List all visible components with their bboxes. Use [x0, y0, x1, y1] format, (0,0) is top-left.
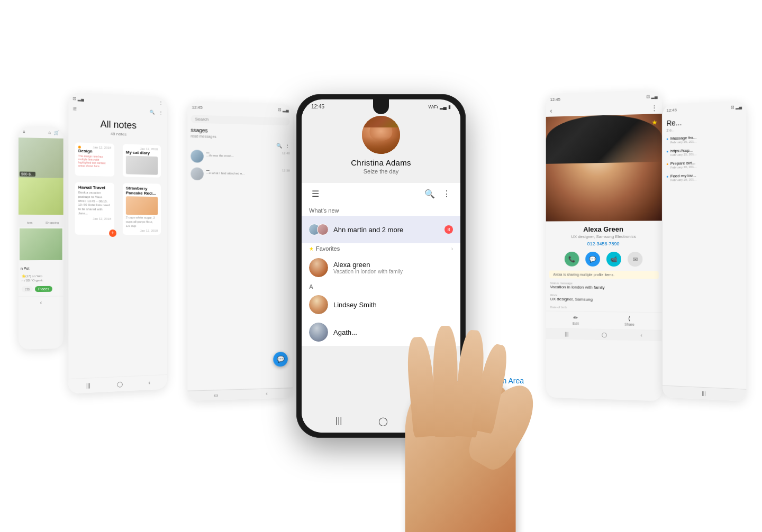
- profile-subtitle: Seize the day: [364, 168, 399, 175]
- signal-icon: ▂▄: [440, 104, 447, 109]
- food-image-1: $80-$...: [19, 137, 64, 178]
- chatbot-fab[interactable]: 💬: [273, 352, 287, 366]
- shopping-header: ≡ ⌂ 🛒: [19, 126, 64, 139]
- agatha-avatar: [309, 323, 328, 342]
- note-pancake-text: 2 cups white sugar, 2 cups all-purpo flo…: [126, 216, 158, 228]
- message-item-2[interactable]: ... 12:38 ...e what I had attached e...: [187, 165, 293, 184]
- places-tab[interactable]: Places: [35, 286, 52, 292]
- contacts-tab[interactable]: cts: [22, 286, 33, 292]
- contact-panel-phone[interactable]: 012-3456-7890: [546, 239, 662, 249]
- search-button[interactable]: 🔍: [423, 187, 436, 200]
- fab-add-button[interactable]: +: [432, 384, 453, 405]
- nav-menu-msg[interactable]: ▭: [214, 392, 219, 398]
- lindsey-avatar: [309, 295, 328, 314]
- contact-star-icon[interactable]: ★: [652, 117, 658, 126]
- nav-menu-notes[interactable]: |||: [86, 382, 90, 388]
- call-button[interactable]: 📞: [565, 252, 579, 267]
- group-contact-item[interactable]: Ahn martin and 2 more 8: [302, 216, 460, 243]
- alexa-name: Alexa green: [333, 261, 453, 269]
- nav-back-icon[interactable]: ‹: [424, 416, 427, 426]
- nav-back-shop[interactable]: ‹: [40, 300, 42, 306]
- sharing-notice: Alexa is sharing multiple profile items.: [549, 270, 659, 279]
- alexa-contact-item[interactable]: Alexa green Vacation in london with fami…: [302, 254, 460, 281]
- search-icon: 🔍: [424, 189, 435, 199]
- agatha-contact-item[interactable]: Agath...: [302, 318, 460, 346]
- nav-home-notes[interactable]: ◯: [117, 381, 123, 388]
- wifi-icon: WiFi: [429, 104, 438, 109]
- reminder-dot-2: •: [667, 149, 668, 154]
- contact-panel-name: Alexa Green: [546, 221, 662, 234]
- nav-back-notes[interactable]: ‹: [149, 380, 150, 386]
- phone-screen: 12:45 WiFi ▂▄ ▮ Christina Adam: [302, 99, 460, 433]
- nav-home-icon[interactable]: ◯: [378, 416, 388, 426]
- share-label: Share: [624, 323, 634, 326]
- reminder-dot-3: •: [667, 161, 668, 167]
- nav-menu-rem[interactable]: |||: [702, 391, 706, 396]
- dob-label: Date of birth: [546, 304, 662, 310]
- nav-menu-contact[interactable]: |||: [565, 332, 569, 337]
- reminder-date-3: February 26, 201...: [670, 165, 697, 169]
- notification-badge: 8: [444, 225, 453, 234]
- reminder-dot-1: •: [667, 136, 668, 142]
- note-hawaii-text: Book a vacation package to Maui. 08/10 1…: [78, 191, 111, 216]
- store-label: n Pot: [19, 261, 64, 273]
- reminder-date-4: February 28, 201...: [670, 178, 697, 181]
- alexa-status: Vacation in london with family: [333, 269, 453, 274]
- reminder-date-2: February 25, 201...: [670, 152, 697, 157]
- nav-home-msg[interactable]: ‹: [266, 391, 268, 397]
- messages-more-icon[interactable]: ⋮: [285, 143, 290, 149]
- whats-new-label: What's new: [302, 204, 460, 216]
- nav-home-contact[interactable]: ◯: [602, 332, 607, 337]
- cat-image: [126, 155, 158, 175]
- messages-status: 12:45 ⊡ ▂▄: [187, 102, 293, 116]
- reminder-dot-4: •: [667, 174, 668, 180]
- profile-name: Christina Adams: [351, 158, 411, 167]
- contact-more-btn[interactable]: ⋮: [651, 104, 658, 112]
- lindsey-contact-item[interactable]: Lindsey Smith: [302, 291, 460, 318]
- touch-area-line: [447, 381, 484, 381]
- more-button[interactable]: ⋮: [440, 187, 453, 200]
- main-phone: 12:45 WiFi ▂▄ ▮ Christina Adam: [296, 94, 466, 438]
- nav-back-contact[interactable]: ‹: [641, 333, 642, 338]
- agatha-contact-info: Agath...: [333, 328, 453, 336]
- favorites-expand[interactable]: ›: [451, 246, 453, 252]
- contact-actions: 📞 💬 📹 ✉: [546, 249, 662, 270]
- messages-search[interactable]: Search: [190, 115, 289, 125]
- nav-recents-icon[interactable]: |||: [335, 416, 342, 426]
- agatha-name: Agath...: [333, 328, 453, 336]
- share-button[interactable]: ⟨ Share: [624, 316, 634, 326]
- messages-search-icon[interactable]: 🔍: [276, 143, 282, 149]
- touch-area-container: Touch Area: [447, 377, 524, 385]
- favorites-star-icon: ★: [309, 246, 314, 252]
- battery-icon: ▮: [448, 104, 451, 109]
- message-item-1[interactable]: ... 12:40 ...th was the most...: [187, 148, 293, 167]
- contact-back-btn[interactable]: ‹: [550, 107, 552, 115]
- msg-content-2: ... 12:38 ...e what I had attached e...: [206, 168, 290, 181]
- lindsey-contact-info: Lindsey Smith: [333, 301, 453, 309]
- group-contact-info: Ahn martin and 2 more: [333, 226, 439, 234]
- food-image-3: [20, 228, 62, 260]
- note-hawaii-title: Hawaii Travel: [78, 185, 111, 190]
- note-pancake-title: Strawberry Pancake Reci...: [126, 186, 158, 196]
- fab-plus-icon: +: [439, 389, 446, 401]
- alexa-contact-info: Alexa green Vacation in london with fami…: [333, 261, 453, 274]
- note-cat-diary: Jan 12, 2018 My cat diary: [123, 144, 161, 178]
- messages-left-panel: 12:45 ⊡ ▂▄ Search ssages read messages 🔍…: [187, 102, 293, 401]
- price-tag-1: $80-$...: [20, 171, 35, 176]
- menu-button[interactable]: ☰: [309, 187, 322, 200]
- product-detail: n / $$ / Organic: [19, 279, 64, 282]
- profile-section: Christina Adams Seize the day: [302, 109, 460, 183]
- food-image-2: [19, 177, 64, 215]
- email-button[interactable]: ✉: [628, 252, 642, 267]
- edit-button[interactable]: ✏ Edit: [573, 315, 579, 325]
- reminder-4[interactable]: • Feed my lov... February 28, 201...: [663, 170, 746, 185]
- note-design: Jan 12, 2018 Design This design note has…: [75, 142, 114, 177]
- message-button[interactable]: 💬: [585, 252, 600, 267]
- touch-area-label: Touch Area: [487, 377, 524, 385]
- video-button[interactable]: 📹: [606, 252, 621, 267]
- contact-detail-panel: 12:45 ⊡ ▂▄ ‹ ⋮ ★ Alexa Green UX designer…: [546, 90, 662, 401]
- time-display: 12:45: [311, 104, 324, 109]
- profile-avatar[interactable]: [362, 116, 400, 154]
- msg-avatar-2: [190, 167, 203, 180]
- msg-avatar-1: [190, 150, 203, 163]
